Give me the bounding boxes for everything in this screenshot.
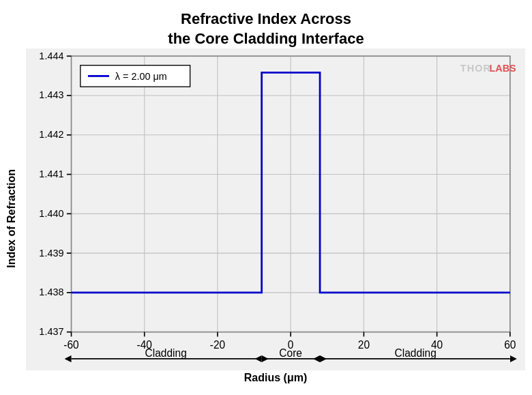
svg-text:1.444: 1.444 xyxy=(39,50,63,61)
svg-text:Core: Core xyxy=(279,347,302,359)
svg-text:1.438: 1.438 xyxy=(39,287,63,297)
svg-text:20: 20 xyxy=(358,339,370,351)
svg-text:λ = 2.00 μm: λ = 2.00 μm xyxy=(115,71,167,82)
plot-and-x: -60 -40 -20 0 20 40 60 xyxy=(26,48,532,388)
svg-text:Cladding: Cladding xyxy=(395,347,437,359)
title-line1: Refractive Index Across xyxy=(168,10,364,29)
svg-text:LABS: LABS xyxy=(489,63,516,74)
svg-text:1.440: 1.440 xyxy=(39,208,63,219)
chart-area: Index of Refraction xyxy=(0,48,532,395)
svg-text:1.441: 1.441 xyxy=(39,169,63,179)
chart-title: Refractive Index Across the Core Claddin… xyxy=(168,10,364,48)
plot-svg: -60 -40 -20 0 20 40 60 xyxy=(26,48,525,370)
svg-text:THOR: THOR xyxy=(460,63,491,74)
svg-text:60: 60 xyxy=(504,339,516,351)
svg-text:1.437: 1.437 xyxy=(39,326,63,337)
plot-wrapper: -60 -40 -20 0 20 40 60 xyxy=(26,48,525,370)
svg-text:Cladding: Cladding xyxy=(145,347,187,359)
svg-text:-60: -60 xyxy=(63,339,79,351)
svg-text:1.443: 1.443 xyxy=(39,90,63,101)
svg-text:1.442: 1.442 xyxy=(39,129,63,140)
svg-text:1.439: 1.439 xyxy=(39,248,63,259)
x-axis-label: Radius (μm) xyxy=(26,370,525,388)
chart-container: Refractive Index Across the Core Claddin… xyxy=(0,0,532,395)
y-axis-label: Index of Refraction xyxy=(0,48,26,388)
svg-text:-20: -20 xyxy=(210,339,226,351)
title-line2: the Core Cladding Interface xyxy=(168,29,364,49)
